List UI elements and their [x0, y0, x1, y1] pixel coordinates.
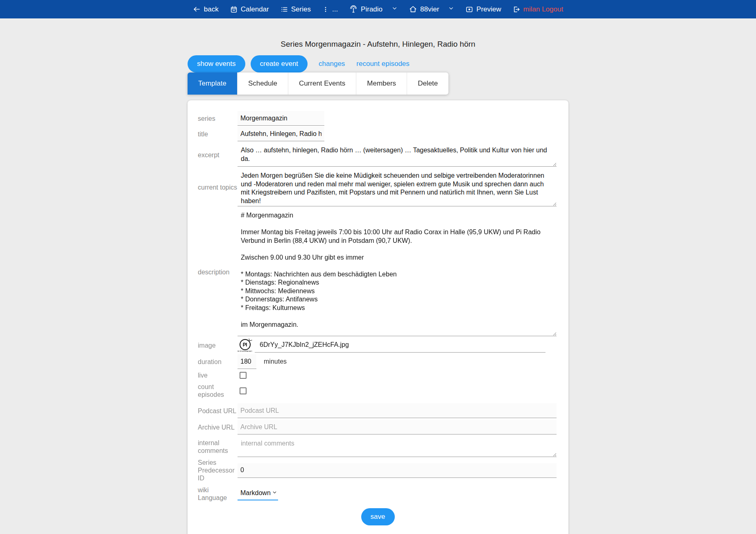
live-checkbox[interactable]	[240, 372, 247, 379]
nav-series[interactable]: Series	[281, 5, 311, 14]
nav-back[interactable]: back	[193, 5, 219, 14]
nav-preview-label: Preview	[476, 5, 501, 14]
excerpt-label: excerpt	[198, 151, 238, 159]
nav-preview[interactable]: Preview	[466, 5, 501, 14]
archive-url-label: Archive URL	[198, 423, 238, 431]
nav-logout-label: milan Logout	[523, 5, 563, 14]
title-row: title	[198, 127, 558, 141]
tab-members[interactable]: Members	[356, 72, 407, 95]
list-icon	[281, 6, 288, 13]
image-label: image	[198, 342, 238, 349]
back-arrow-icon	[193, 5, 201, 13]
series-label: series	[198, 115, 238, 122]
live-row: live	[198, 371, 558, 380]
description-row: description # Morgenmagazin Immer Montag…	[198, 208, 558, 336]
kebab-menu-icon	[322, 6, 329, 13]
wiki-language-row: wiki Language Markdown	[198, 486, 558, 502]
chevron-down-icon[interactable]	[392, 5, 398, 13]
series-row: series	[198, 111, 558, 126]
broadcast-antenna-icon	[349, 5, 358, 14]
nav-logout[interactable]: milan Logout	[513, 5, 563, 14]
logout-icon	[513, 6, 520, 13]
duration-label: duration	[198, 358, 238, 366]
current-topics-row: current topics Jeden Morgen begrüßen Sie…	[198, 168, 558, 206]
nav-back-label: back	[204, 5, 219, 14]
nav-series-label: Series	[291, 5, 311, 14]
wiki-language-select[interactable]: Markdown	[238, 488, 278, 500]
template-form-card: series title excerpt Also … aufstehn, hi…	[188, 100, 568, 534]
duration-row: duration minutes	[198, 354, 558, 369]
tab-current-events[interactable]: Current Events	[288, 72, 356, 95]
nav-more[interactable]: ...	[322, 5, 338, 14]
podcast-url-label: Podcast URL	[198, 407, 238, 415]
nav-station-label: 88vier	[420, 5, 439, 14]
show-events-button[interactable]: show events	[188, 55, 245, 72]
pi-logo-icon: PI	[240, 339, 251, 350]
series-predecessor-label: Series Predecessor ID	[198, 459, 238, 482]
internal-comments-row: internal comments	[198, 436, 558, 457]
home-icon	[409, 5, 417, 13]
changes-link[interactable]: changes	[319, 60, 345, 68]
live-label: live	[198, 371, 238, 379]
series-predecessor-row: Series Predecessor ID	[198, 459, 558, 482]
internal-comments-label: internal comments	[198, 439, 238, 455]
tab-bar: Template Schedule Current Events Members…	[188, 72, 448, 95]
calendar-icon	[230, 6, 238, 13]
image-row: image PI MORGENMAGAZIN 6DrYy_J7KJbIn2_jZ…	[198, 338, 558, 353]
count-episodes-row: count episodes	[198, 383, 558, 398]
page-title: Series Morgenmagazin - Aufstehn, Hinlege…	[188, 40, 568, 49]
nav-piradio[interactable]: Piradio	[349, 5, 383, 14]
count-episodes-checkbox[interactable]	[240, 387, 247, 394]
archive-url-input[interactable]	[238, 420, 557, 434]
title-label: title	[198, 130, 238, 138]
excerpt-textarea[interactable]: Also … aufstehn, hinlegen, Radio hörn … …	[238, 143, 557, 167]
create-event-button[interactable]: create event	[251, 55, 308, 72]
tab-delete[interactable]: Delete	[407, 72, 448, 95]
excerpt-row: excerpt Also … aufstehn, hinlegen, Radio…	[198, 143, 558, 167]
tab-template[interactable]: Template	[188, 72, 237, 95]
duration-unit-label: minutes	[264, 358, 287, 365]
image-filename-field[interactable]: 6DrYy_J7KJbIn2_jZEHcFA.jpg	[255, 338, 545, 353]
archive-url-row: Archive URL	[198, 420, 558, 434]
description-textarea[interactable]: # Morgenmagazin Immer Montag bis Freitag…	[238, 208, 557, 336]
chevron-down-icon[interactable]	[448, 5, 454, 13]
wiki-language-label: wiki Language	[198, 486, 238, 502]
title-input[interactable]	[238, 127, 324, 141]
nav-more-label: ...	[332, 5, 338, 14]
internal-comments-textarea[interactable]	[238, 436, 557, 457]
preview-eye-icon	[466, 6, 473, 13]
pi-logo-subtext: MORGENMAGAZIN	[238, 350, 252, 353]
nav-piradio-label: Piradio	[361, 5, 383, 14]
duration-input[interactable]	[238, 354, 256, 369]
current-topics-textarea[interactable]: Jeden Morgen begrüßen Sie die keine Müdi…	[238, 168, 557, 206]
description-label: description	[198, 268, 238, 276]
series-image-thumbnail: PI MORGENMAGAZIN	[238, 339, 252, 353]
podcast-url-row: Podcast URL	[198, 403, 558, 418]
wiki-language-value: Markdown	[240, 489, 271, 497]
tab-schedule[interactable]: Schedule	[237, 72, 288, 95]
recount-episodes-link[interactable]: recount episodes	[356, 60, 409, 68]
nav-calendar[interactable]: Calendar	[230, 5, 269, 14]
count-episodes-label: count episodes	[198, 383, 238, 398]
nav-station[interactable]: 88vier	[409, 5, 439, 14]
series-predecessor-input[interactable]	[238, 463, 557, 478]
save-button[interactable]: save	[361, 508, 395, 525]
action-bar: show events create event changes recount…	[188, 55, 568, 72]
current-topics-label: current topics	[198, 183, 238, 191]
series-input[interactable]	[238, 111, 324, 126]
nav-calendar-label: Calendar	[241, 5, 269, 14]
top-nav: back Calendar Series ...	[0, 0, 756, 18]
chevron-down-icon	[272, 489, 277, 497]
podcast-url-input[interactable]	[238, 403, 557, 418]
